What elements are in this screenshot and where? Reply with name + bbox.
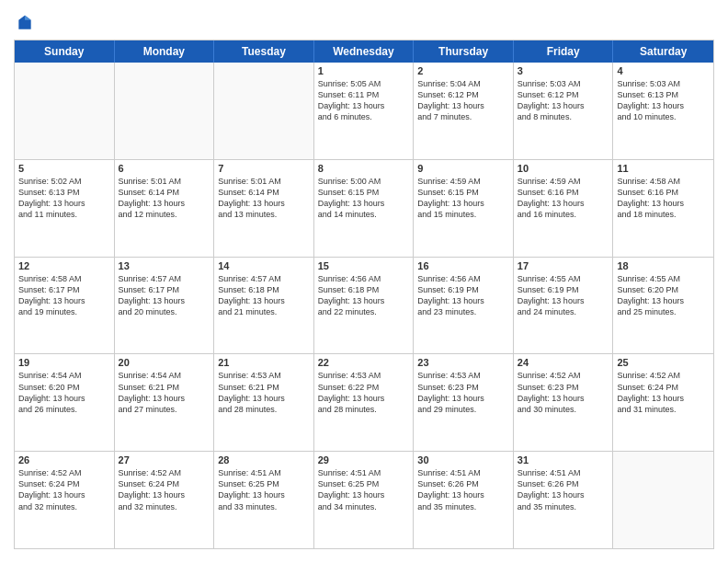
cell-info: Sunrise: 5:03 AM Sunset: 6:13 PM Dayligh… (617, 78, 710, 123)
header-sunday: Sunday (15, 40, 115, 63)
calendar-cell: 21Sunrise: 4:53 AM Sunset: 6:21 PM Dayli… (214, 354, 314, 451)
day-number: 25 (617, 357, 710, 368)
day-number: 21 (218, 357, 310, 368)
calendar-row-5: 26Sunrise: 4:52 AM Sunset: 6:24 PM Dayli… (15, 451, 713, 548)
calendar-cell: 25Sunrise: 4:52 AM Sunset: 6:24 PM Dayli… (613, 354, 713, 451)
cell-info: Sunrise: 4:52 AM Sunset: 6:24 PM Dayligh… (617, 370, 710, 415)
calendar-cell: 29Sunrise: 4:51 AM Sunset: 6:25 PM Dayli… (314, 452, 415, 548)
calendar-cell: 24Sunrise: 4:52 AM Sunset: 6:23 PM Dayli… (514, 354, 614, 451)
day-number: 31 (518, 454, 609, 465)
calendar-cell: 17Sunrise: 4:55 AM Sunset: 6:19 PM Dayli… (514, 258, 614, 354)
calendar-cell: 15Sunrise: 4:56 AM Sunset: 6:18 PM Dayli… (314, 258, 415, 354)
day-number: 4 (617, 65, 710, 76)
day-number: 10 (518, 163, 609, 174)
header-tuesday: Tuesday (214, 40, 314, 63)
day-number: 28 (218, 454, 310, 465)
cell-info: Sunrise: 4:56 AM Sunset: 6:18 PM Dayligh… (318, 273, 410, 318)
day-number: 19 (18, 357, 110, 368)
header-thursday: Thursday (414, 40, 514, 63)
cell-info: Sunrise: 4:55 AM Sunset: 6:19 PM Dayligh… (518, 273, 609, 318)
day-number: 27 (119, 454, 210, 465)
header-wednesday: Wednesday (314, 40, 415, 63)
day-number: 1 (318, 65, 410, 76)
page: Sunday Monday Tuesday Wednesday Thursday… (0, 0, 728, 563)
calendar-cell: 28Sunrise: 4:51 AM Sunset: 6:25 PM Dayli… (214, 452, 314, 548)
cell-info: Sunrise: 4:56 AM Sunset: 6:19 PM Dayligh… (417, 273, 509, 318)
cell-info: Sunrise: 4:54 AM Sunset: 6:21 PM Dayligh… (119, 370, 210, 415)
day-number: 18 (617, 260, 710, 271)
calendar-cell: 2Sunrise: 5:04 AM Sunset: 6:12 PM Daylig… (414, 63, 514, 159)
calendar-cell: 6Sunrise: 5:01 AM Sunset: 6:14 PM Daylig… (115, 160, 215, 257)
cell-info: Sunrise: 4:59 AM Sunset: 6:15 PM Dayligh… (417, 176, 509, 221)
cell-info: Sunrise: 5:01 AM Sunset: 6:14 PM Dayligh… (119, 176, 210, 221)
logo-icon (16, 14, 34, 32)
calendar-cell: 3Sunrise: 5:03 AM Sunset: 6:12 PM Daylig… (514, 63, 614, 159)
cell-info: Sunrise: 4:57 AM Sunset: 6:17 PM Dayligh… (119, 273, 210, 318)
calendar-cell: 9Sunrise: 4:59 AM Sunset: 6:15 PM Daylig… (414, 160, 514, 257)
day-number: 5 (18, 163, 110, 174)
day-number: 15 (318, 260, 410, 271)
day-number: 23 (417, 357, 509, 368)
calendar-cell: 5Sunrise: 5:02 AM Sunset: 6:13 PM Daylig… (15, 160, 115, 257)
cell-info: Sunrise: 4:55 AM Sunset: 6:20 PM Dayligh… (617, 273, 710, 318)
logo (14, 14, 34, 32)
day-number: 13 (119, 260, 210, 271)
day-number: 2 (417, 65, 509, 76)
header-saturday: Saturday (613, 40, 713, 63)
day-number: 17 (518, 260, 609, 271)
calendar-cell (613, 452, 713, 548)
cell-info: Sunrise: 4:59 AM Sunset: 6:16 PM Dayligh… (518, 176, 609, 221)
calendar-cell: 1Sunrise: 5:05 AM Sunset: 6:11 PM Daylig… (314, 63, 415, 159)
header (14, 14, 714, 32)
day-number: 26 (18, 454, 110, 465)
calendar-cell: 16Sunrise: 4:56 AM Sunset: 6:19 PM Dayli… (414, 258, 514, 354)
day-number: 12 (18, 260, 110, 271)
cell-info: Sunrise: 4:54 AM Sunset: 6:20 PM Dayligh… (18, 370, 110, 415)
calendar-cell (115, 63, 215, 159)
cell-info: Sunrise: 4:58 AM Sunset: 6:16 PM Dayligh… (617, 176, 710, 221)
calendar-cell: 11Sunrise: 4:58 AM Sunset: 6:16 PM Dayli… (613, 160, 713, 257)
cell-info: Sunrise: 4:51 AM Sunset: 6:25 PM Dayligh… (218, 467, 310, 512)
cell-info: Sunrise: 4:58 AM Sunset: 6:17 PM Dayligh… (18, 273, 110, 318)
calendar: Sunday Monday Tuesday Wednesday Thursday… (14, 40, 714, 549)
calendar-cell (214, 63, 314, 159)
cell-info: Sunrise: 4:53 AM Sunset: 6:22 PM Dayligh… (318, 370, 410, 415)
cell-info: Sunrise: 4:52 AM Sunset: 6:24 PM Dayligh… (18, 467, 110, 512)
calendar-cell: 30Sunrise: 4:51 AM Sunset: 6:26 PM Dayli… (414, 452, 514, 548)
cell-info: Sunrise: 5:00 AM Sunset: 6:15 PM Dayligh… (318, 176, 410, 221)
calendar-cell: 13Sunrise: 4:57 AM Sunset: 6:17 PM Dayli… (115, 258, 215, 354)
cell-info: Sunrise: 4:53 AM Sunset: 6:23 PM Dayligh… (417, 370, 509, 415)
day-number: 11 (617, 163, 710, 174)
day-number: 30 (417, 454, 509, 465)
day-number: 7 (218, 163, 310, 174)
calendar-cell: 27Sunrise: 4:52 AM Sunset: 6:24 PM Dayli… (115, 452, 215, 548)
calendar-cell: 23Sunrise: 4:53 AM Sunset: 6:23 PM Dayli… (414, 354, 514, 451)
calendar-header: Sunday Monday Tuesday Wednesday Thursday… (15, 40, 713, 63)
day-number: 22 (318, 357, 410, 368)
cell-info: Sunrise: 5:04 AM Sunset: 6:12 PM Dayligh… (417, 78, 509, 123)
cell-info: Sunrise: 4:51 AM Sunset: 6:25 PM Dayligh… (318, 467, 410, 512)
calendar-cell: 12Sunrise: 4:58 AM Sunset: 6:17 PM Dayli… (15, 258, 115, 354)
day-number: 16 (417, 260, 509, 271)
calendar-cell: 8Sunrise: 5:00 AM Sunset: 6:15 PM Daylig… (314, 160, 415, 257)
calendar-row-1: 1Sunrise: 5:05 AM Sunset: 6:11 PM Daylig… (15, 63, 713, 159)
calendar-cell: 31Sunrise: 4:51 AM Sunset: 6:26 PM Dayli… (514, 452, 614, 548)
cell-info: Sunrise: 4:51 AM Sunset: 6:26 PM Dayligh… (518, 467, 609, 512)
calendar-cell: 10Sunrise: 4:59 AM Sunset: 6:16 PM Dayli… (514, 160, 614, 257)
calendar-body: 1Sunrise: 5:05 AM Sunset: 6:11 PM Daylig… (15, 63, 713, 548)
calendar-cell: 26Sunrise: 4:52 AM Sunset: 6:24 PM Dayli… (15, 452, 115, 548)
cell-info: Sunrise: 4:53 AM Sunset: 6:21 PM Dayligh… (218, 370, 310, 415)
calendar-cell: 20Sunrise: 4:54 AM Sunset: 6:21 PM Dayli… (115, 354, 215, 451)
day-number: 29 (318, 454, 410, 465)
day-number: 3 (518, 65, 609, 76)
cell-info: Sunrise: 5:03 AM Sunset: 6:12 PM Dayligh… (518, 78, 609, 123)
calendar-row-2: 5Sunrise: 5:02 AM Sunset: 6:13 PM Daylig… (15, 159, 713, 257)
calendar-cell: 4Sunrise: 5:03 AM Sunset: 6:13 PM Daylig… (613, 63, 713, 159)
cell-info: Sunrise: 5:02 AM Sunset: 6:13 PM Dayligh… (18, 176, 110, 221)
day-number: 20 (119, 357, 210, 368)
calendar-cell: 22Sunrise: 4:53 AM Sunset: 6:22 PM Dayli… (314, 354, 415, 451)
day-number: 9 (417, 163, 509, 174)
cell-info: Sunrise: 4:52 AM Sunset: 6:23 PM Dayligh… (518, 370, 609, 415)
day-number: 24 (518, 357, 609, 368)
header-monday: Monday (115, 40, 215, 63)
